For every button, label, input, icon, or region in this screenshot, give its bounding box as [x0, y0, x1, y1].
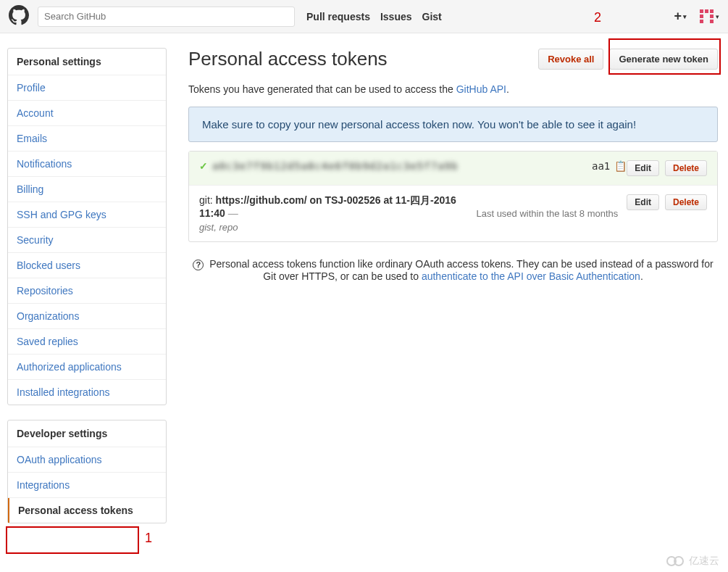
sidebar-item-oauth-apps[interactable]: OAuth applications — [8, 447, 166, 473]
sidebar-item-profile[interactable]: Profile — [8, 75, 166, 101]
sidebar-item-blocked[interactable]: Blocked users — [8, 253, 166, 278]
sidebar-item-notifications[interactable]: Notifications — [8, 152, 166, 177]
annotation-label-1: 1 — [145, 531, 152, 546]
global-header: Pull requests Issues Gist +▾ ▾ — [0, 0, 728, 33]
token-value-masked: a0c3e7f9b12d5a8c4e6f0b9d2a1c3e5f7a9b — [212, 160, 595, 172]
sidebar-item-personal-access-tokens[interactable]: Personal access tokens — [8, 498, 166, 523]
sidebar-item-organizations[interactable]: Organizations — [8, 304, 166, 329]
settings-sidebar: Personal settings Profile Account Emails… — [7, 48, 167, 538]
sidebar-item-integrations[interactable]: Integrations — [8, 473, 166, 498]
footnote: ? Personal access tokens function like o… — [188, 258, 718, 282]
sidebar-item-emails[interactable]: Emails — [8, 126, 166, 152]
github-logo-icon[interactable] — [9, 5, 29, 28]
primary-nav: Pull requests Issues Gist — [306, 11, 442, 22]
sidebar-item-installed-integrations[interactable]: Installed integrations — [8, 380, 166, 405]
token-row-new: ✓ a0c3e7f9b12d5a8c4e6f0b9d2a1c3e5f7a9b a… — [189, 152, 717, 186]
sidebar-item-security[interactable]: Security — [8, 228, 166, 253]
search-input[interactable] — [38, 7, 295, 27]
developer-settings-menu: Developer settings OAuth applications In… — [7, 420, 167, 523]
nav-issues[interactable]: Issues — [380, 11, 412, 22]
delete-token-button[interactable]: Delete — [665, 160, 707, 176]
edit-token-button[interactable]: Edit — [627, 194, 659, 210]
avatar-icon — [700, 9, 714, 24]
token-scopes: gist, repo — [199, 222, 467, 233]
github-api-link[interactable]: GitHub API — [456, 83, 506, 95]
token-list: ✓ a0c3e7f9b12d5a8c4e6f0b9d2a1c3e5f7a9b a… — [188, 151, 718, 242]
generate-new-token-button[interactable]: Generate new token — [609, 49, 718, 70]
sidebar-item-account[interactable]: Account — [8, 101, 166, 126]
nav-pull-requests[interactable]: Pull requests — [306, 11, 370, 22]
caret-down-icon: ▾ — [683, 13, 687, 20]
delete-token-button[interactable]: Delete — [665, 194, 707, 210]
caret-down-icon: ▾ — [716, 13, 719, 20]
menu-heading: Developer settings — [8, 420, 166, 447]
question-icon: ? — [193, 260, 204, 270]
desc-text: Tokens you have generated that can be us… — [188, 83, 456, 95]
sidebar-item-authorized-apps[interactable]: Authorized applications — [8, 355, 166, 380]
edit-token-button[interactable]: Edit — [627, 160, 659, 176]
check-icon: ✓ — [199, 160, 208, 172]
header-right: +▾ ▾ — [674, 9, 719, 24]
revoke-all-button[interactable]: Revoke all — [538, 49, 603, 70]
user-menu[interactable]: ▾ — [700, 9, 719, 24]
sidebar-item-billing[interactable]: Billing — [8, 177, 166, 202]
flash-notice: Make sure to copy your new personal acce… — [188, 107, 718, 142]
annotation-label-2: 2 — [594, 10, 601, 25]
nav-gist[interactable]: Gist — [422, 11, 442, 22]
sidebar-item-saved-replies[interactable]: Saved replies — [8, 329, 166, 355]
token-description[interactable]: git: https://github.com/ on TSJ-002526 a… — [199, 194, 467, 219]
personal-settings-menu: Personal settings Profile Account Emails… — [7, 48, 167, 405]
copy-icon[interactable]: 📋 — [614, 160, 627, 172]
token-row: git: https://github.com/ on TSJ-002526 a… — [189, 186, 717, 241]
page-title: Personal access tokens — [188, 48, 388, 70]
main-content: Personal access tokens Revoke all Genera… — [188, 48, 718, 538]
watermark-text: 亿速云 — [689, 555, 719, 567]
menu-heading: Personal settings — [8, 49, 166, 75]
sidebar-item-ssh-gpg[interactable]: SSH and GPG keys — [8, 202, 166, 228]
watermark: 亿速云 — [666, 555, 719, 567]
token-last-used: Last used within the last 8 months — [476, 208, 618, 219]
page-description: Tokens you have generated that can be us… — [188, 83, 718, 95]
basic-auth-link[interactable]: authenticate to the API over Basic Authe… — [422, 270, 640, 282]
create-new-menu[interactable]: +▾ — [674, 9, 687, 24]
sidebar-item-repositories[interactable]: Repositories — [8, 278, 166, 304]
